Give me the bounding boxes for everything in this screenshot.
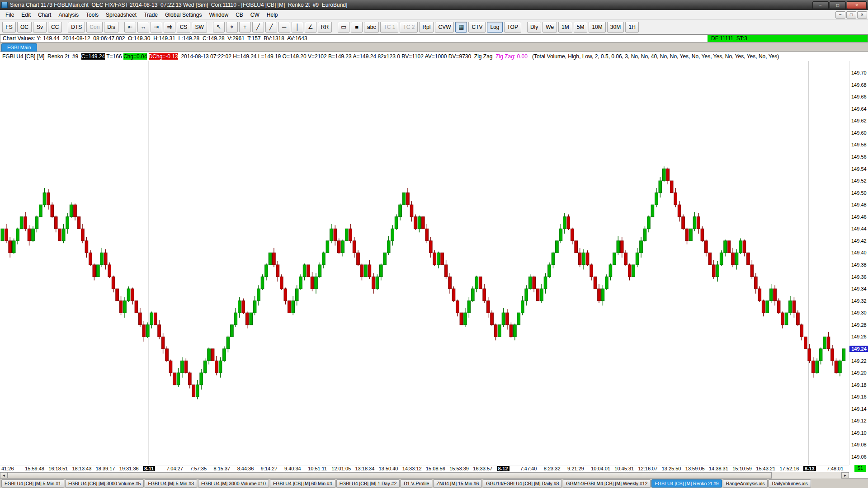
crosshair-tool-icon[interactable]: ⌖ [226, 22, 238, 33]
toolbar-button-dts[interactable]: DTS [68, 22, 85, 33]
toolbar-button-con[interactable]: Con [86, 22, 103, 33]
toolbar-button-cvw[interactable]: CVW [435, 22, 454, 33]
menu-item-analysis[interactable]: Analysis [55, 10, 82, 19]
scroll-left-icon[interactable]: ◄ [0, 472, 8, 479]
price-tick-label: 149.28 [851, 322, 867, 328]
chart-tab[interactable]: D1 V-Profile [401, 479, 432, 488]
scrollbar-thumb[interactable] [8, 472, 772, 479]
menu-item-trade[interactable]: Trade [140, 10, 161, 19]
shift-chart-icon[interactable]: ⇉ [164, 22, 175, 33]
bar-spacing-decrease-icon[interactable]: ⇤ [124, 22, 136, 33]
menu-item-file[interactable]: File [2, 10, 18, 19]
scroll-right-icon[interactable]: ► [841, 472, 849, 479]
toolbar-button-cc[interactable]: CC [48, 22, 62, 33]
countdown-badge: 51 [854, 465, 866, 472]
vertical-line-tool-icon[interactable]: │ [292, 22, 303, 33]
menu-item-chart[interactable]: Chart [34, 10, 55, 19]
horizontal-scrollbar[interactable]: ◄ ► [0, 472, 849, 479]
toolbar-button-abc[interactable]: abc [364, 22, 379, 33]
chartbook-tab[interactable]: FGBLMain [1, 43, 37, 52]
volume-profile-icon[interactable]: ▦ [455, 22, 467, 33]
chart-tab[interactable]: FGBLU4 [CB] [M] 1 Day #2 [336, 479, 400, 488]
chart-tabs-bar: FGBLU4 [CB] [M] 5 Min #1FGBLU4 [CB] [M] … [0, 478, 868, 488]
maximize-button[interactable]: □ [830, 1, 846, 9]
time-tick-label: 15:43:21 [756, 466, 775, 471]
chart-tab-selected[interactable]: FGBLU4 [CB] [M] Renko 2t #9 [651, 479, 722, 488]
toolbar-button-1h[interactable]: 1H [625, 22, 639, 33]
toolbar-button-ctv[interactable]: CTV [468, 22, 486, 33]
time-tick-label: 15:59:48 [25, 466, 44, 471]
toolbar-button-rpl[interactable]: Rpl [419, 22, 434, 33]
ray-tool-icon[interactable]: ╱ [265, 22, 277, 33]
toolbar-button-dis[interactable]: Dis [104, 22, 118, 33]
menu-item-help[interactable]: Help [263, 10, 282, 19]
price-tick-label: 149.34 [851, 286, 867, 291]
toolbar-button-we[interactable]: We [542, 22, 557, 33]
rectangle-tool-icon[interactable]: ▭ [338, 22, 349, 33]
chart-tab[interactable]: GGM14/FGBLM4 [CB] [M] Weekly #12 [563, 479, 651, 488]
price-tick-label: 149.12 [851, 418, 867, 423]
menu-item-spreadsheet[interactable]: Spreadsheet [102, 10, 140, 19]
chart-tab[interactable]: DailyVolumes.xls [769, 479, 811, 488]
price-tick-label: 149.68 [851, 82, 867, 88]
menu-item-global-settings[interactable]: Global Settings [161, 10, 205, 19]
menu-item-window[interactable]: Window [205, 10, 232, 19]
price-scale[interactable]: 149.70149.68149.66149.64149.62149.60149.… [849, 61, 868, 465]
toolbar-button-cs[interactable]: CS [177, 22, 191, 33]
chart-tab[interactable]: FGBLU4 [CB] [M] 60 Min #4 [270, 479, 335, 488]
toolbar-button-5m[interactable]: 5M [574, 22, 588, 33]
close-button[interactable]: × [847, 1, 867, 9]
minimize-button[interactable]: − [812, 1, 829, 9]
pointer-tool-icon[interactable]: ↖ [213, 22, 225, 33]
toolbar-button-tc-1[interactable]: TC 1 [380, 22, 398, 33]
application-window: Sierra Chart 1173 FGBLMain.cht OEC FIX/F… [0, 0, 868, 488]
chart-tab[interactable]: FGBLU4 [M] 5 Min #3 [145, 479, 197, 488]
toolbar-button-1m[interactable]: 1M [558, 22, 572, 33]
menu-item-cw[interactable]: CW [247, 10, 263, 19]
session-date-marker: 8-13 [803, 466, 816, 471]
toolbar-button-10m[interactable]: 10M [589, 22, 605, 33]
menu-item-cb[interactable]: CB [232, 10, 247, 19]
toolbar-button-top[interactable]: TOP [504, 22, 521, 33]
chart-header-line: FGBLU4 [CB] [M] Renko 2t #9 C=149.24 T=1… [0, 52, 868, 61]
time-axis[interactable]: 41:2615:59:4816:18:5118:13:4318:39:1719:… [0, 465, 849, 472]
bar-spacing-auto-icon[interactable]: ↔ [137, 22, 149, 33]
toolbar-button-fs[interactable]: FS [2, 22, 16, 33]
toolbar-button-tc-2[interactable]: TC 2 [400, 22, 418, 33]
scrollbar-track[interactable] [772, 472, 841, 479]
mdi-restore-button[interactable]: □ [846, 11, 856, 19]
chart-tab[interactable]: GGU14/FGBLU4 [CB] [M] Daily #8 [483, 479, 562, 488]
price-tick-label: 149.16 [851, 394, 867, 399]
time-tick-label: 10:04:01 [591, 466, 610, 471]
time-tick-label: 8:23:32 [544, 466, 561, 471]
menu-item-edit[interactable]: Edit [18, 10, 34, 19]
renko-chart-plot[interactable] [0, 61, 849, 465]
chart-values-text: Chart Values: Y: 149.44 2014-08-12 08:06… [0, 35, 708, 42]
toolbar-button-log[interactable]: Log [487, 22, 502, 33]
toolbar-button-sw[interactable]: SW [192, 22, 207, 33]
toolbar-button-30m[interactable]: 30M [607, 22, 624, 33]
toolbar-button-sv[interactable]: Sv [33, 22, 47, 33]
chart-tab[interactable]: FGBLU4 [CB] [M] 5 Min #1 [1, 479, 64, 488]
horizontal-line-tool-icon[interactable]: ─ [278, 22, 290, 33]
price-tick-label: 149.32 [851, 298, 867, 304]
cross-tool-icon[interactable]: + [239, 22, 251, 33]
toolbar-button-oc[interactable]: OC [17, 22, 32, 33]
angle-tool-icon[interactable]: ∠ [305, 22, 316, 33]
title-bar[interactable]: Sierra Chart 1173 FGBLMain.cht OEC FIX/F… [0, 0, 868, 10]
menu-item-tools[interactable]: Tools [82, 10, 102, 19]
time-tick-label: 7:47:40 [520, 466, 537, 471]
chart-tab[interactable]: RangeAnalysis.xls [723, 479, 768, 488]
price-tick-label: 149.46 [851, 214, 867, 220]
trendline-tool-icon[interactable]: ╱ [252, 22, 264, 33]
chart-tab[interactable]: FGBLU4 [CB] [M] 3000 Volume #5 [65, 479, 144, 488]
toolbar-button-rr[interactable]: RR [318, 22, 332, 33]
mdi-minimize-button[interactable]: − [835, 11, 845, 19]
mdi-close-button[interactable]: × [857, 11, 867, 19]
filled-rectangle-tool-icon[interactable]: ■ [351, 22, 363, 33]
bar-spacing-increase-icon[interactable]: ⇥ [151, 22, 162, 33]
time-tick-label: 15:10:59 [732, 466, 752, 471]
chart-tab[interactable]: ZNU4 [M] 15 Min #6 [433, 479, 482, 488]
toolbar-button-dly[interactable]: Dly [527, 22, 541, 33]
chart-tab[interactable]: FGBLU4 [M] 3000 Volume #10 [198, 479, 269, 488]
